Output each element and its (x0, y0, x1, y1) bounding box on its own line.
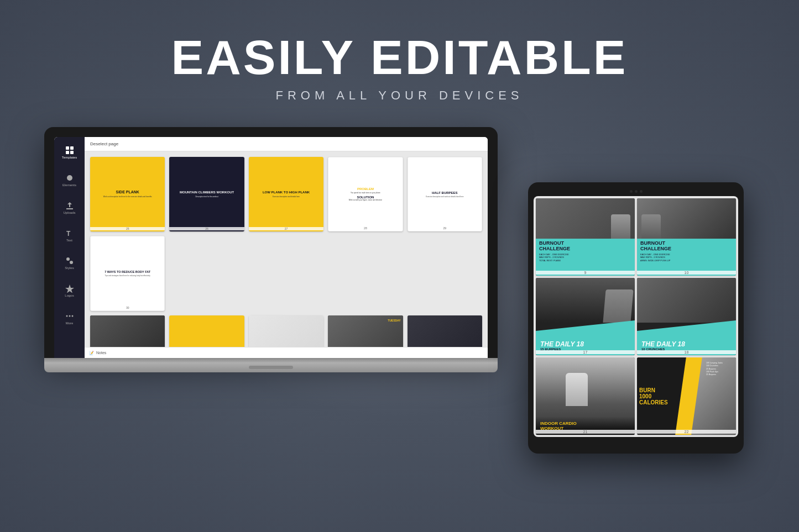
tablet-thumb-22[interactable]: BURN1000CALORIES 100 Jumping Jacks100 Cr… (637, 357, 736, 435)
tablet-thumb-21[interactable]: INDOOR CARDIOWORKOUT 21 (536, 357, 635, 435)
sidebar-item-styles[interactable]: Styles (60, 253, 80, 273)
svg-point-8 (70, 261, 73, 264)
svg-rect-0 (66, 146, 69, 150)
editor-topbar: Deselect page (85, 137, 488, 151)
thumb-num-21: 21 (536, 430, 635, 434)
canvas-area[interactable]: SIDE PLANK Work out description text her… (85, 151, 488, 347)
header: EASILY EDITABLE FROM ALL YOUR DEVICES (0, 33, 799, 103)
thumb-35[interactable]: 7-DAYWORKOUT 35 (249, 315, 323, 347)
svg-rect-1 (70, 146, 74, 150)
thumb-num-10: 10 (637, 271, 736, 275)
deselect-button[interactable]: Deselect page (90, 141, 118, 146)
svg-rect-5 (66, 208, 73, 209)
svg-point-9 (66, 315, 67, 317)
tablet-camera-dot3 (640, 190, 643, 193)
laptop-screen: Templates Elements Uploads T Text (54, 137, 488, 358)
tablet-frame: BURNOUTCHALLENGE EACH DAY - ONE EXERCISE… (528, 182, 744, 454)
thumb-num-9: 9 (536, 271, 635, 275)
thumb-num-18: 18 (637, 350, 736, 354)
thumb-28[interactable]: PROBLEM You spend too much time on your … (328, 157, 403, 231)
thumb-36[interactable]: 7-DAYWORKOUT TUESDAY 36 (328, 315, 403, 347)
tablet-thumb-10[interactable]: BURNOUTCHALLENGE EACH DAY - ONE EXERCISE… (637, 198, 736, 276)
tablet-screen: BURNOUTCHALLENGE EACH DAY - ONE EXERCISE… (534, 196, 738, 437)
thumb-34[interactable]: JUMPINGJACK Workout description 34 (169, 315, 244, 347)
laptop-device: Templates Elements Uploads T Text (44, 127, 498, 372)
svg-point-11 (71, 315, 73, 317)
thumb-27[interactable]: LOW PLANK TO HIGH PLANK Exercise descrip… (249, 157, 323, 231)
sidebar-item-templates[interactable]: Templates (60, 143, 80, 162)
tablet-home-area (534, 440, 738, 446)
notes-icon: 📝 (89, 351, 94, 355)
laptop-hinge (44, 358, 498, 362)
tablet-device: BURNOUTCHALLENGE EACH DAY - ONE EXERCISE… (528, 182, 744, 454)
svg-point-10 (69, 315, 70, 317)
tablet-thumb-9[interactable]: BURNOUTCHALLENGE EACH DAY - ONE EXERCISE… (536, 198, 635, 276)
thumb-25[interactable]: SIDE PLANK Work out description text her… (90, 157, 165, 231)
sidebar-item-uploads[interactable]: Uploads (60, 198, 80, 218)
laptop-frame: Templates Elements Uploads T Text (44, 127, 498, 372)
sidebar-item-text[interactable]: T Text (60, 225, 80, 245)
thumb-37[interactable]: 7-DAYWORKOUT 37 (408, 315, 482, 347)
thumb-26[interactable]: MOUNTAIN CLIMBERS WORKOUT Description te… (169, 157, 244, 231)
sidebar-item-elements[interactable]: Elements (60, 170, 80, 190)
svg-rect-3 (70, 151, 74, 154)
editor-ui: Templates Elements Uploads T Text (54, 137, 488, 358)
main-headline: EASILY EDITABLE (0, 33, 799, 82)
notes-label[interactable]: Notes (96, 351, 106, 355)
tablet-thumb-17[interactable]: THE DAILY 18 15 BURPEES 17 (536, 278, 635, 355)
svg-point-4 (67, 175, 72, 181)
thumb-29[interactable]: HALF BURPEES Exercise description and wo… (408, 157, 482, 231)
editor-sidebar: Templates Elements Uploads T Text (54, 137, 85, 358)
thumbnail-grid-row1: SIDE PLANK Work out description text her… (90, 157, 482, 311)
sidebar-item-logos[interactable]: Logos (60, 281, 80, 301)
tablet-camera-row (534, 190, 738, 193)
editor-main: Deselect page SIDE PLANK Work out des (85, 137, 488, 358)
laptop-screen-bezel: Templates Elements Uploads T Text (44, 127, 498, 358)
thumb-num-22: 22 (637, 430, 736, 434)
tablet-thumb-18[interactable]: THE DAILY 18 10 CRUNCHES 18 (637, 278, 736, 355)
thumb-num-17: 17 (536, 350, 635, 354)
tablet-camera-dot1 (630, 190, 633, 193)
laptop-notch (249, 366, 293, 369)
thumb-33[interactable]: SQUATJUMPS 33 (90, 315, 165, 347)
tablet-thumbnail-grid: BURNOUTCHALLENGE EACH DAY - ONE EXERCISE… (534, 196, 738, 437)
sub-headline: FROM ALL YOUR DEVICES (0, 88, 799, 103)
svg-text:T: T (66, 230, 71, 238)
svg-rect-2 (66, 151, 69, 154)
thumb-30[interactable]: 7 WAYS TO REDUCE BODY FAT Tips and strat… (90, 236, 165, 310)
laptop-foot (44, 362, 498, 372)
sidebar-item-more[interactable]: More (60, 308, 80, 328)
tablet-camera-dot2 (635, 190, 638, 193)
thumbnail-grid-row2: SQUATJUMPS 33 JUMPINGJACK Workout descri… (90, 315, 482, 347)
svg-point-7 (66, 257, 70, 261)
editor-bottombar: 📝 Notes (85, 347, 488, 358)
